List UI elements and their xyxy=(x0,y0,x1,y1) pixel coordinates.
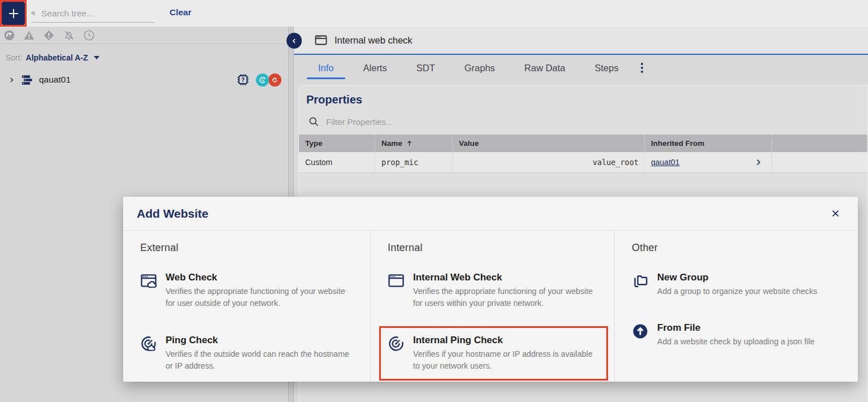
option-internal-web-check[interactable]: Internal Web Check Verifies the appropri… xyxy=(388,272,600,310)
new-group-icon xyxy=(632,273,649,289)
alert-filter-row xyxy=(0,27,288,44)
column-header-value[interactable]: Value xyxy=(453,135,645,152)
alert-badge-gauge-icon xyxy=(271,76,279,84)
tab-alerts[interactable]: Alerts xyxy=(349,55,402,81)
sort-selector[interactable]: Alphabetical A-Z xyxy=(26,53,88,62)
cell-value: value_root xyxy=(453,152,645,173)
column-header-name[interactable]: Name xyxy=(375,135,453,152)
section-heading: Internal xyxy=(388,242,604,254)
clear-button[interactable]: Clear xyxy=(170,7,192,18)
sdt-status-badge[interactable] xyxy=(256,74,269,87)
column-header-name-label: Name xyxy=(381,139,402,148)
tree-item-qauat01[interactable]: qauat01 ? xyxy=(0,72,288,88)
option-title: Ping Check xyxy=(166,335,352,346)
option-description: Verifies the appropriate functioning of … xyxy=(166,286,352,310)
back-button[interactable] xyxy=(287,33,302,49)
tab-sdt[interactable]: SDT xyxy=(402,55,450,81)
tree-item-status: ? xyxy=(236,72,281,87)
page-title: Internal web check xyxy=(335,35,413,46)
modal-section-internal: Internal Internal Web Check Verifies the… xyxy=(370,231,614,381)
device-group-icon xyxy=(20,74,33,87)
option-title: New Group xyxy=(657,272,817,283)
tree-search xyxy=(31,5,154,23)
option-description: Verifies if the outside world can reach … xyxy=(166,348,352,373)
modal-title: Add Website xyxy=(137,207,209,221)
modal-section-external: External Web Check Verifies the appropri… xyxy=(123,231,370,381)
cell-inherited-from: qauat01 xyxy=(645,152,772,173)
properties-title: Properties xyxy=(306,93,867,106)
tab-graphs[interactable]: Graphs xyxy=(450,55,510,81)
chevron-right-icon[interactable] xyxy=(754,158,762,166)
from-file-icon xyxy=(632,323,649,340)
tab-bar: Info Alerts SDT Graphs Raw Data Steps xyxy=(294,55,868,81)
modal-header: Add Website xyxy=(123,197,858,231)
add-website-modal: Add Website External Web Check Verifies … xyxy=(123,197,858,382)
column-header-inherited-from[interactable]: Inherited From xyxy=(645,135,772,152)
modal-body: External Web Check Verifies the appropri… xyxy=(123,231,858,381)
cell-name: prop_mic xyxy=(375,152,453,173)
tab-raw-data[interactable]: Raw Data xyxy=(510,55,580,81)
filter-properties-input[interactable] xyxy=(326,117,563,127)
topbar: Clear xyxy=(0,0,868,27)
option-description: Add a website check by uploading a json … xyxy=(657,336,814,348)
tree-item-label: qauat01 xyxy=(39,75,71,85)
option-title: Internal Ping Check xyxy=(413,335,600,346)
option-title: Web Check xyxy=(166,272,352,283)
warning-triangle-icon[interactable] xyxy=(23,29,35,41)
chip-question-icon: ? xyxy=(236,72,250,87)
properties-table: Type Name Value Inherited From Custom pr… xyxy=(299,135,867,173)
ping-check-icon xyxy=(140,335,157,352)
option-internal-ping-check[interactable]: Internal Ping Check Verifies if your hos… xyxy=(388,335,600,373)
option-new-group[interactable]: New Group Add a group to organize your w… xyxy=(632,272,817,297)
tab-steps[interactable]: Steps xyxy=(580,55,633,81)
column-header-type[interactable]: Type xyxy=(299,135,375,152)
caret-down-icon xyxy=(94,56,99,59)
option-description: Verifies the appropriate functioning of … xyxy=(413,286,600,310)
web-check-window-icon xyxy=(314,33,328,47)
close-button[interactable] xyxy=(827,206,843,222)
add-button[interactable] xyxy=(2,2,25,25)
tab-info[interactable]: Info xyxy=(303,55,349,81)
internal-web-check-icon xyxy=(388,273,405,289)
modal-section-other: Other New Group Add a group to organize … xyxy=(614,231,858,381)
chevron-right-icon[interactable] xyxy=(8,76,15,84)
more-tabs-menu-button[interactable] xyxy=(633,55,651,81)
inherited-from-link[interactable]: qauat01 xyxy=(651,158,680,167)
close-icon xyxy=(831,209,840,218)
section-heading: External xyxy=(140,242,360,254)
svg-text:?: ? xyxy=(241,77,245,83)
search-icon xyxy=(31,8,36,19)
web-check-icon xyxy=(140,273,157,289)
sort-row: Sort: Alphabetical A-Z xyxy=(6,53,288,62)
cell-empty xyxy=(772,152,867,173)
column-header-empty xyxy=(772,135,867,152)
option-title: From File xyxy=(657,322,814,334)
chevron-left-icon xyxy=(290,37,298,45)
option-description: Add a group to organize your website che… xyxy=(657,286,817,297)
alert-gauge-icon[interactable] xyxy=(3,29,15,41)
resource-header: Internal web check xyxy=(294,27,868,55)
option-title: Internal Web Check xyxy=(413,272,600,283)
option-from-file[interactable]: From File Add a website check by uploadi… xyxy=(632,322,814,348)
properties-filter xyxy=(308,116,867,127)
error-diamond-icon[interactable] xyxy=(43,29,55,41)
sort-ascending-icon xyxy=(406,140,413,147)
cell-type: Custom xyxy=(299,152,375,173)
option-description: Verifies if your hostname or IP address … xyxy=(413,348,600,373)
sort-label: Sort: xyxy=(6,53,23,62)
option-web-check[interactable]: Web Check Verifies the appropriate funct… xyxy=(140,272,352,310)
app-screen: Clear Sort: Alphabetical A-Z qauat01 ? xyxy=(0,0,868,402)
plus-icon xyxy=(7,7,20,20)
sdt-badge-clock-icon xyxy=(258,76,267,84)
alerts-disabled-bell-icon[interactable] xyxy=(63,29,75,41)
option-ping-check[interactable]: Ping Check Verifies if the outside world… xyxy=(140,335,352,373)
search-input[interactable] xyxy=(41,8,154,19)
sdt-clock-icon[interactable] xyxy=(83,29,95,41)
alert-status-badge[interactable] xyxy=(268,74,281,87)
internal-ping-check-icon xyxy=(388,335,405,352)
section-heading: Other xyxy=(632,242,848,254)
search-icon xyxy=(308,116,319,127)
